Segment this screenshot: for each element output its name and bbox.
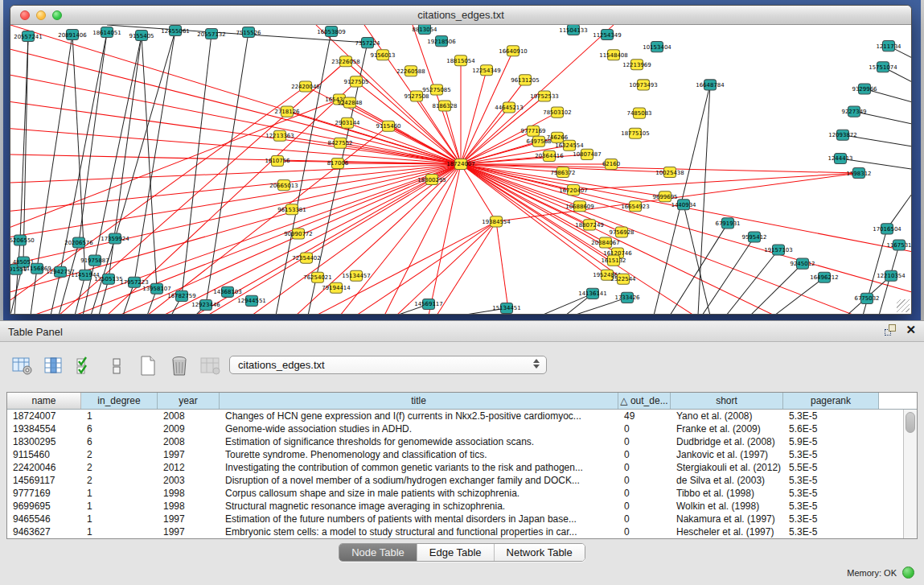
table-cell[interactable]: 9465546	[7, 513, 81, 525]
table-row[interactable]: 1830029562008Estimation of significance …	[7, 435, 902, 448]
table-cell[interactable]: 5.3E-5	[783, 500, 879, 513]
table-row[interactable]: 1456911722003Disruption of a novel membe…	[7, 474, 902, 487]
table-cell[interactable]: 2008	[158, 435, 220, 448]
table-cell[interactable]: Genome-wide association studies in ADHD.	[220, 422, 618, 435]
table-cell[interactable]: Wolkin et al. (1998)	[671, 500, 783, 513]
table-cell[interactable]: Tourette syndrome. Phenomenology and cla…	[220, 448, 618, 461]
table-cell[interactable]: 2008	[158, 410, 220, 422]
table-cell[interactable]: 2003	[158, 474, 220, 487]
tab-edge-table[interactable]: Edge Table	[417, 544, 494, 561]
column-header-pagerank[interactable]: pagerank	[783, 393, 879, 409]
table-row[interactable]: 911546021997Tourette syndrome. Phenomeno…	[7, 448, 902, 461]
table-cell[interactable]: Estimation of significance thresholds fo…	[220, 435, 618, 448]
table-cell[interactable]: 2	[81, 474, 158, 487]
table-cell[interactable]: Structural magnetic resonance image aver…	[220, 500, 618, 513]
table-cell[interactable]: 1	[81, 525, 158, 538]
table-cell[interactable]: Franke et al. (2009)	[671, 422, 783, 435]
table-cell[interactable]: 49	[618, 410, 671, 422]
table-cell[interactable]: 1998	[158, 500, 220, 513]
table-cell[interactable]: 18300295	[7, 435, 81, 448]
table-cell[interactable]: 1	[81, 500, 158, 513]
table-cell[interactable]: 22420046	[7, 461, 81, 474]
table-row[interactable]: 977716911998Corpus callosum shape and si…	[7, 487, 902, 500]
table-cell[interactable]: Stergiakouli et al. (2012)	[671, 461, 783, 474]
column-header-short[interactable]: short	[671, 393, 783, 409]
table-settings-button[interactable]	[11, 355, 34, 377]
table-cell[interactable]: 9463627	[7, 525, 81, 538]
window-resize-grip[interactable]	[897, 299, 910, 312]
vertical-scrollbar[interactable]	[903, 410, 917, 538]
table-cell[interactable]: Changes of HCN gene expression and I(f) …	[220, 410, 618, 422]
float-window-icon[interactable]	[885, 324, 896, 336]
rows-button[interactable]	[105, 355, 128, 377]
column-header-out_de[interactable]: △ out_de...	[618, 393, 671, 409]
table-cell[interactable]: 5.3E-5	[783, 474, 879, 487]
memory-status-dot[interactable]	[902, 566, 914, 579]
table-cell[interactable]: 1997	[158, 448, 220, 461]
table-cell[interactable]: Tibbo et al. (1998)	[671, 487, 783, 500]
table-cell[interactable]: Nakamura et al. (1997)	[671, 513, 783, 525]
column-header-title[interactable]: title	[220, 393, 618, 409]
table-cell[interactable]: 9699695	[7, 500, 81, 513]
table-cell[interactable]: 1	[81, 487, 158, 500]
table-cell[interactable]: 0	[618, 422, 671, 435]
table-cell[interactable]: 2	[81, 448, 158, 461]
table-cell[interactable]: 0	[618, 487, 671, 500]
table-cell[interactable]: 5.3E-5	[783, 448, 879, 461]
table-cell[interactable]: 0	[618, 500, 671, 513]
table-cell[interactable]: Estimation of the future numbers of pati…	[220, 513, 618, 525]
column-header-in_degree[interactable]: in_degree	[81, 393, 158, 409]
table-cell[interactable]: 0	[618, 461, 671, 474]
table-cell[interactable]: 1	[81, 513, 158, 525]
table-cell[interactable]: Yano et al. (2008)	[671, 410, 783, 422]
table-cell[interactable]: 1	[81, 410, 158, 422]
table-cell[interactable]: 5.3E-5	[783, 525, 879, 538]
select-all-button[interactable]	[74, 355, 97, 377]
table-row[interactable]: 1872400712008Changes of HCN gene express…	[7, 410, 902, 422]
close-icon[interactable]: ✕	[906, 324, 916, 336]
scrollbar-thumb[interactable]	[906, 412, 915, 433]
table-cell[interactable]: 18724007	[7, 410, 81, 422]
table-cell[interactable]: Hescheler et al. (1997)	[671, 525, 783, 538]
table-cell[interactable]: Corpus callosum shape and size in male p…	[220, 487, 618, 500]
table-cell[interactable]: 19384554	[7, 422, 81, 435]
table-cell[interactable]: Jankovic et al. (1997)	[671, 448, 783, 461]
tab-network-table[interactable]: Network Table	[494, 544, 585, 561]
column-header-name[interactable]: name	[7, 393, 81, 409]
table-cell[interactable]: Investigating the contribution of common…	[220, 461, 618, 474]
table-cell[interactable]: 5.3E-5	[783, 487, 879, 500]
table-cell[interactable]: 0	[618, 448, 671, 461]
delete-table-button[interactable]	[168, 355, 191, 377]
table-cell[interactable]: 5.3E-5	[783, 410, 879, 422]
table-cell[interactable]: 6	[81, 422, 158, 435]
table-cell[interactable]: Dudbridge et al. (2008)	[671, 435, 783, 448]
table-row[interactable]: 946362711997Embryonic stem cells: a mode…	[7, 525, 902, 538]
table-selector-dropdown[interactable]: citations_edges.txt	[229, 356, 547, 374]
table-cell[interactable]: de Silva et al. (2003)	[671, 474, 783, 487]
table-cell[interactable]: 6	[81, 435, 158, 448]
table-cell[interactable]: Embryonic stem cells: a model to study s…	[220, 525, 618, 538]
table-cell[interactable]: 14569117	[7, 474, 81, 487]
table-cell[interactable]: 0	[618, 513, 671, 525]
table-cell[interactable]: 9115460	[7, 448, 81, 461]
table-cell[interactable]: 5.3E-5	[783, 513, 879, 525]
table-cell[interactable]: 5.9E-5	[783, 435, 879, 448]
table-cell[interactable]: 1997	[158, 513, 220, 525]
table-cell[interactable]: 0	[618, 474, 671, 487]
import-table-button[interactable]	[199, 355, 222, 377]
select-column-button[interactable]	[43, 355, 65, 377]
table-cell[interactable]: 0	[618, 435, 671, 448]
table-row[interactable]: 1938455462009Genome-wide association stu…	[7, 422, 902, 435]
column-header-year[interactable]: year	[158, 393, 220, 409]
table-cell[interactable]: 5.5E-5	[783, 461, 879, 474]
table-cell[interactable]: 9777169	[7, 487, 81, 500]
table-cell[interactable]: 2012	[158, 461, 220, 474]
table-cell[interactable]: 5.6E-5	[783, 422, 879, 435]
table-cell[interactable]: Disruption of a novel member of a sodium…	[220, 474, 618, 487]
network-canvas[interactable]: 2055724120891406186140519155405124550612…	[10, 25, 911, 314]
window-titlebar[interactable]: citations_edges.txt	[10, 6, 911, 25]
table-row[interactable]: 2242004622012Investigating the contribut…	[7, 461, 902, 474]
tab-node-table[interactable]: Node Table	[339, 544, 417, 561]
table-cell[interactable]: 2009	[158, 422, 220, 435]
table-cell[interactable]: 0	[618, 525, 671, 538]
